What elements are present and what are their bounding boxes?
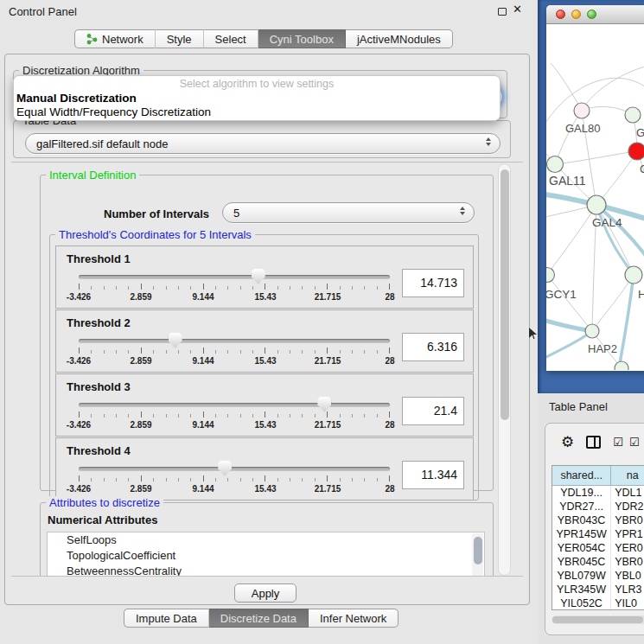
column-header-name[interactable]: na [611, 466, 644, 486]
network-node[interactable] [587, 195, 606, 214]
threshold-label: Threshold 1 [56, 246, 473, 265]
slider-handle[interactable] [252, 269, 265, 284]
table-row[interactable]: YER054C YER0 [552, 541, 644, 555]
node-label: C [640, 163, 644, 175]
table-row[interactable]: YDR27... YDR2 [552, 500, 644, 513]
tick-label: 2.859 [130, 292, 151, 302]
network-edge[interactable] [555, 151, 637, 164]
horizontal-scrollbar[interactable] [552, 615, 644, 624]
table-row[interactable]: YDL19... YDL1 [552, 486, 644, 500]
table-row[interactable]: YBL079W YBL0 [552, 569, 644, 583]
slider-track[interactable] [79, 275, 390, 279]
tab-jactivemnodules[interactable]: jActiveMNodules [346, 29, 453, 48]
network-node[interactable] [625, 107, 641, 123]
gear-icon[interactable]: ⚙ [561, 435, 574, 450]
float-icon[interactable] [498, 8, 507, 16]
split-columns-icon[interactable] [586, 436, 601, 449]
threshold-box: Threshold 1 -3.4262.8599.14415.4321.7152… [55, 245, 474, 309]
close-traffic-light[interactable] [556, 10, 565, 19]
checkbox-icon[interactable]: ☑ [613, 437, 624, 448]
tick-label: 9.144 [192, 484, 214, 494]
tab-select[interactable]: Select [204, 29, 258, 48]
tick-label: 9.144 [192, 420, 214, 430]
interval-definition-title: Interval Definition [46, 169, 139, 182]
settings-scroll-area: Interval Definition Number of Intervals … [11, 162, 523, 577]
table-data-combo[interactable]: galFiltered.sif default node [25, 133, 501, 154]
network-edge[interactable] [546, 331, 592, 361]
network-node[interactable] [547, 156, 564, 173]
network-edge[interactable] [547, 205, 596, 275]
network-window-titlebar[interactable] [546, 5, 644, 24]
slider-handle[interactable] [169, 333, 182, 348]
numerical-attributes-label: Numerical Attributes [48, 513, 157, 526]
slider-track[interactable] [79, 403, 390, 407]
panel-title: Control Panel [9, 5, 77, 18]
table-row[interactable]: YLR345W YLR3 [552, 583, 644, 596]
table-panel-section: Table Panel ⚙ ☑ ☑ shared... na YDL19... … [538, 393, 644, 644]
tick-label: 15.43 [254, 292, 276, 302]
tab-style[interactable]: Style [156, 29, 204, 48]
attribute-item[interactable]: BetweennessCentrality [48, 564, 484, 577]
threshold-value-field[interactable]: 14.713 [402, 269, 464, 297]
table-row[interactable]: YBR045C YBR0 [552, 555, 644, 569]
tick-label: -3.426 [67, 292, 91, 302]
tick-label: 28 [385, 356, 394, 366]
table-row[interactable]: YIL052C YIL0 [552, 596, 644, 610]
threshold-value-field[interactable]: 21.4 [402, 397, 464, 425]
dropdown-option-equal-width-frequency[interactable]: Equal Width/Frequency Discretization [14, 105, 500, 119]
threshold-value-field[interactable]: 6.316 [402, 333, 464, 361]
tick-label: 2.859 [130, 420, 151, 430]
dropdown-option-manual-discretization[interactable]: Manual Discretization [14, 92, 500, 105]
thresholds-group-title: Threshold's Coordinates for 5 Intervals [55, 228, 255, 241]
network-edge[interactable] [551, 63, 582, 111]
minimize-traffic-light[interactable] [571, 10, 581, 19]
network-edge[interactable] [555, 111, 582, 164]
interval-definition-group: Interval Definition Number of Intervals … [40, 175, 494, 491]
zoom-traffic-light[interactable] [587, 10, 596, 19]
tab-cyni-toolbox[interactable]: Cyni Toolbox [258, 29, 346, 48]
threshold-slider[interactable]: -3.4262.8599.14415.4321.71528 [79, 397, 390, 433]
network-node[interactable] [625, 266, 642, 284]
slider-handle[interactable] [218, 461, 232, 476]
dropdown-hint: Select algorithm to view settings [14, 78, 500, 92]
desktop-background: GAL80GACGAL11GAL4GCY1HHAP2 [538, 0, 644, 393]
attribute-item[interactable]: SelfLoops [48, 532, 484, 548]
network-edge[interactable] [596, 151, 637, 205]
tab-network[interactable]: Network [74, 29, 156, 48]
network-graph: GAL80GACGAL11GAL4GCY1HHAP2 [546, 24, 644, 370]
network-node[interactable] [546, 268, 555, 283]
slider-track[interactable] [79, 339, 390, 343]
tab-discretize-data[interactable]: Discretize Data [209, 609, 309, 628]
vertical-scrollbar[interactable] [498, 163, 511, 576]
network-node[interactable] [585, 324, 599, 338]
number-of-intervals-combo[interactable]: 5 [222, 202, 475, 223]
threshold-slider[interactable]: -3.4262.8599.14415.4321.71528 [79, 333, 390, 369]
slider-handle[interactable] [317, 397, 331, 412]
node-label: GAL4 [592, 216, 622, 229]
threshold-slider[interactable]: -3.4262.8599.14415.4321.71528 [79, 461, 390, 497]
slider-tick-labels: -3.4262.8599.14415.4321.71528 [79, 292, 390, 303]
threshold-value-field[interactable]: 11.344 [402, 461, 464, 489]
tab-infer-network[interactable]: Infer Network [309, 609, 399, 628]
slider-track[interactable] [79, 467, 390, 471]
slider-ticks [79, 284, 390, 290]
table-row[interactable]: YBR043C YBR0 [552, 513, 644, 527]
tick-label: 21.715 [315, 484, 341, 494]
attribute-item[interactable]: TopologicalCoefficient [48, 548, 484, 564]
network-canvas[interactable]: GAL80GACGAL11GAL4GCY1HHAP2 [546, 24, 644, 370]
network-edge[interactable] [582, 66, 644, 111]
slider-tick-labels: -3.4262.8599.14415.4321.71528 [79, 420, 390, 430]
network-node[interactable] [615, 361, 628, 370]
network-node[interactable] [574, 103, 590, 118]
list-scrollbar[interactable] [472, 533, 483, 577]
column-header-shared-name[interactable]: shared... [552, 466, 611, 486]
network-node[interactable] [628, 143, 644, 160]
tab-impute-data[interactable]: Impute Data [124, 609, 209, 628]
table-row[interactable]: YPR145W YPR1 [552, 527, 644, 541]
apply-button[interactable]: Apply [234, 583, 296, 603]
close-icon[interactable]: ✕ [513, 3, 522, 16]
network-edge[interactable] [619, 275, 634, 368]
checkbox-icon[interactable]: ☑ [629, 437, 641, 448]
slider-ticks [79, 475, 390, 482]
threshold-slider[interactable]: -3.4262.8599.14415.4321.71528 [79, 269, 390, 305]
